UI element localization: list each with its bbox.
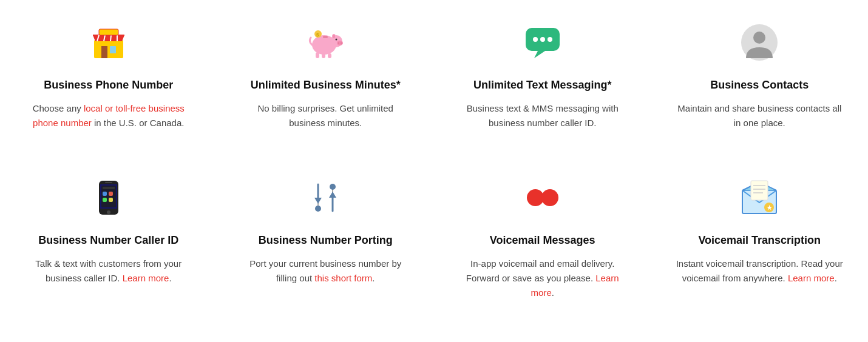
link-transcription-learn-more[interactable]: Learn more	[788, 273, 835, 283]
svg-point-13	[336, 39, 337, 41]
svg-rect-0	[94, 40, 123, 58]
svg-rect-32	[103, 187, 115, 189]
feature-title-business-contacts: Business Contacts	[710, 79, 809, 92]
svg-rect-35	[103, 198, 107, 202]
porting-icon	[301, 173, 350, 222]
feature-card-voicemail-transcription: ★ Voicemail Transcription Instant voicem…	[651, 155, 869, 324]
feature-card-business-phone-number: Business Phone Number Choose any local o…	[0, 0, 217, 155]
svg-rect-18	[328, 53, 331, 58]
feature-title-business-phone-number: Business Phone Number	[44, 79, 173, 92]
svg-rect-36	[109, 198, 113, 202]
feature-desc-caller-id: Talk & text with customers from your bus…	[24, 256, 193, 286]
phone-caller-id-icon	[84, 173, 133, 222]
svg-point-12	[341, 42, 342, 44]
feature-title-voicemail-transcription: Voicemail Transcription	[698, 234, 821, 247]
voicemail-icon	[518, 173, 567, 222]
svg-point-24	[540, 37, 545, 42]
svg-point-45	[315, 206, 321, 212]
feature-card-number-porting: Business Number Porting Port your curren…	[217, 155, 435, 324]
feature-title-caller-id: Business Number Caller ID	[38, 234, 178, 247]
feature-desc-voicemail-messages: In-app voicemail and email delivery. For…	[458, 256, 627, 300]
feature-desc-voicemail-transcription: Instant voicemail transcription. Read yo…	[676, 256, 844, 286]
link-local-toll-free[interactable]: local or toll-free business phone number	[33, 103, 185, 128]
svg-rect-33	[103, 192, 107, 196]
svg-point-25	[548, 37, 552, 42]
feature-card-unlimited-minutes: $ Unlimited Business Minutes* No billing…	[217, 0, 435, 155]
contacts-icon	[735, 18, 784, 67]
feature-card-voicemail-messages: Voicemail Messages In-app voicemail and …	[434, 155, 651, 324]
feature-desc-business-phone-number: Choose any local or toll-free business p…	[24, 101, 193, 130]
feature-desc-business-contacts: Maintain and share business contacts all…	[676, 101, 844, 130]
svg-line-5	[110, 35, 111, 41]
svg-marker-44	[329, 192, 336, 198]
svg-point-27	[753, 32, 765, 44]
store-icon	[84, 18, 133, 67]
svg-text:★: ★	[767, 204, 773, 211]
feature-desc-unlimited-texting: Business text & MMS messaging with busin…	[458, 101, 627, 130]
svg-marker-42	[314, 198, 322, 204]
svg-point-15	[333, 35, 335, 38]
feature-title-voicemail-messages: Voicemail Messages	[490, 234, 595, 247]
svg-point-10	[337, 41, 343, 45]
svg-rect-38	[105, 182, 112, 183]
svg-rect-2	[110, 46, 116, 53]
feature-card-caller-id: Business Number Caller ID Talk & text wi…	[0, 155, 217, 324]
svg-rect-7	[99, 29, 118, 35]
feature-title-unlimited-texting: Unlimited Text Messaging*	[473, 79, 612, 92]
svg-rect-34	[109, 192, 113, 196]
svg-text:$: $	[316, 32, 319, 38]
svg-point-46	[330, 184, 336, 190]
chat-icon	[518, 18, 567, 67]
svg-point-48	[541, 189, 558, 206]
feature-title-number-porting: Business Number Porting	[259, 234, 393, 247]
feature-title-unlimited-minutes: Unlimited Business Minutes*	[251, 79, 401, 92]
link-caller-id-learn-more[interactable]: Learn more	[123, 273, 169, 283]
feature-card-unlimited-texting: Unlimited Text Messaging* Business text …	[434, 0, 651, 155]
svg-rect-1	[101, 46, 107, 58]
svg-point-11	[338, 42, 339, 44]
svg-rect-16	[316, 52, 319, 58]
feature-desc-unlimited-minutes: No billing surprises. Get unlimited busi…	[242, 101, 410, 130]
piggy-icon: $	[301, 18, 350, 67]
voicemail-transcription-icon: ★	[735, 173, 784, 222]
feature-card-business-contacts: Business Contacts Maintain and share bus…	[651, 0, 869, 155]
svg-point-37	[107, 210, 110, 214]
svg-point-47	[527, 189, 544, 206]
features-grid: Business Phone Number Choose any local o…	[0, 0, 868, 324]
svg-point-23	[533, 37, 538, 42]
svg-rect-51	[751, 181, 768, 200]
svg-rect-17	[322, 53, 325, 58]
svg-rect-19	[323, 36, 328, 38]
link-voicemail-learn-more[interactable]: Learn more	[531, 273, 619, 298]
feature-desc-number-porting: Port your current business number by fil…	[242, 256, 410, 286]
link-short-form[interactable]: this short form	[314, 273, 372, 283]
